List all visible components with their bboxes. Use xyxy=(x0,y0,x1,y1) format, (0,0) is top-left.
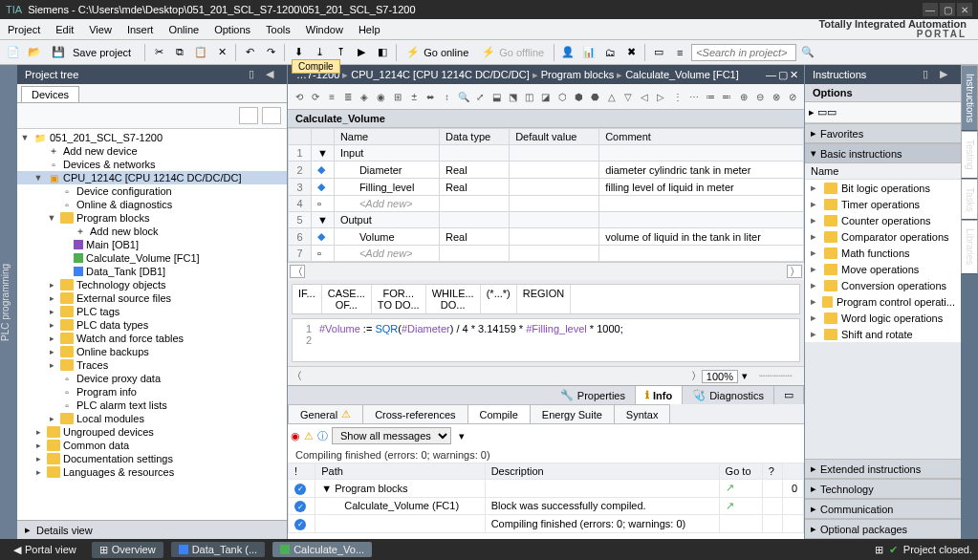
collapse-left-icon[interactable]: ◀ xyxy=(266,68,279,81)
side-tab-testing[interactable]: Testing xyxy=(961,131,978,179)
tree-row[interactable]: ▸External source files xyxy=(17,291,287,305)
scroll-left-button[interactable]: 〈 xyxy=(290,265,305,278)
tab-diagnostics[interactable]: 🩺Diagnostics xyxy=(683,386,774,404)
bc-min-icon[interactable]: — xyxy=(766,69,776,81)
tree-tb-1-icon[interactable] xyxy=(239,107,258,124)
tree-row[interactable]: ▼Program blocks xyxy=(17,211,287,225)
copy-icon[interactable]: ⧉ xyxy=(170,43,189,62)
tb-2-icon[interactable]: 📊 xyxy=(579,43,598,62)
inst-collapse-icon[interactable]: ▶ xyxy=(940,68,953,81)
editor-tb-13-icon[interactable]: ⬔ xyxy=(506,88,520,105)
tree-expander-icon[interactable]: ▸ xyxy=(46,280,57,290)
tree-row[interactable]: ▸Common data xyxy=(17,439,287,452)
code-editor[interactable]: 1#Volume := SQR(#Diameter) / 4 * 3.14159… xyxy=(292,318,800,362)
editor-tb-14-icon[interactable]: ◫ xyxy=(522,88,536,105)
go-offline-button[interactable]: ⚡ Go offline xyxy=(476,43,550,62)
editor-tb-6-icon[interactable]: ⊞ xyxy=(390,88,404,105)
tb-6-icon[interactable]: ≡ xyxy=(670,43,689,62)
keyword-button[interactable]: IF... xyxy=(293,285,322,313)
open-project-icon[interactable]: 📂 xyxy=(25,43,44,62)
side-tab-tasks[interactable]: Tasks xyxy=(961,179,978,221)
compile-header[interactable]: ? xyxy=(762,463,783,480)
tree-row[interactable]: ▸Technology objects xyxy=(17,278,287,291)
iface-row[interactable]: 3◆Filling_levelRealfilling level of liqu… xyxy=(289,179,804,196)
tree-row[interactable]: ▼📁051_201_SCL_S7-1200 xyxy=(17,131,287,144)
iface-header[interactable]: Comment xyxy=(599,129,804,145)
tb-4-icon[interactable]: ✖ xyxy=(621,43,641,62)
menu-online[interactable]: Online xyxy=(161,24,206,35)
instruction-item[interactable]: ▸Word logic operations xyxy=(805,310,961,326)
close-button[interactable]: ✕ xyxy=(957,3,972,16)
opt-cascade-icon[interactable]: ▸ ▭▭ xyxy=(809,106,837,118)
maximize-button[interactable]: ▢ xyxy=(940,3,955,16)
editor-tb-27-icon[interactable]: ⊕ xyxy=(736,88,750,105)
tree-expander-icon[interactable]: ▸ xyxy=(46,334,57,343)
tree-expander-icon[interactable]: ▸ xyxy=(46,360,57,370)
instruction-item[interactable]: ▸Comparator operations xyxy=(805,228,961,245)
compile-table[interactable]: !PathDescriptionGo to?✓▼ Program blocks↗… xyxy=(288,463,804,539)
side-tab-instructions[interactable]: Instructions xyxy=(961,65,978,131)
editor-tb-17-icon[interactable]: ⬢ xyxy=(572,88,586,105)
keyword-button[interactable]: (*...*) xyxy=(481,285,517,313)
editor-tb-23-icon[interactable]: ⋮ xyxy=(670,88,685,105)
side-strip-left[interactable]: PLC programming xyxy=(0,65,17,539)
side-tab-libraries[interactable]: Libraries xyxy=(961,220,978,273)
tree-tb-2-icon[interactable] xyxy=(262,107,281,124)
compile-row[interactable]: ✓▼ Program blocks↗0 xyxy=(289,480,804,498)
search-input[interactable] xyxy=(691,44,796,61)
editor-tb-21-icon[interactable]: ◁ xyxy=(638,88,652,105)
zoom-select[interactable]: 100% xyxy=(702,370,738,383)
iface-row[interactable]: 6◆VolumeRealvolume of liquid in the tank… xyxy=(289,228,804,246)
bc-close-icon[interactable]: ✕ xyxy=(790,69,798,81)
new-project-icon[interactable]: 📄 xyxy=(4,43,23,62)
tree-expander-icon[interactable]: ▸ xyxy=(46,307,57,316)
tree-row[interactable]: ＋Add new device xyxy=(17,144,287,158)
simulation-icon[interactable]: ▶ xyxy=(352,43,371,62)
zoom-slider[interactable]: ┈┈┈┈┈ xyxy=(751,370,800,382)
tree-expander-icon[interactable]: ▸ xyxy=(46,320,57,330)
instruction-item[interactable]: ▸Counter operations xyxy=(805,212,961,228)
editor-tb-10-icon[interactable]: 🔍 xyxy=(456,88,470,105)
compile-header[interactable]: Path xyxy=(315,463,485,480)
menu-help[interactable]: Help xyxy=(351,24,388,35)
editor-tb-9-icon[interactable]: ↕ xyxy=(440,88,454,105)
tree-row[interactable]: ▼▣CPU_1214C [CPU 1214C DC/DC/DC] xyxy=(17,171,287,184)
instruction-item[interactable]: ▸Bit logic operations xyxy=(805,180,961,196)
tb-1-icon[interactable]: 👤 xyxy=(558,43,577,62)
iface-row[interactable]: 2◆DiameterRealdiameter cylindric tank in… xyxy=(289,162,804,179)
iface-header[interactable]: Name xyxy=(334,129,439,145)
tree-row[interactable]: ▸Online backups xyxy=(17,345,287,358)
editor-tb-11-icon[interactable]: ⤢ xyxy=(472,88,487,105)
tree-expander-icon[interactable]: ▸ xyxy=(46,293,57,303)
optional-packages-header[interactable]: ▸Optional packages xyxy=(805,519,961,539)
breadcrumb-part[interactable]: Program blocks xyxy=(541,69,614,80)
code-scroll-left[interactable]: 〈 xyxy=(292,369,302,383)
interface-table[interactable]: NameData typeDefault valueComment1▼Input… xyxy=(288,128,804,262)
iface-header[interactable] xyxy=(289,129,312,145)
editor-tb-24-icon[interactable]: ⋯ xyxy=(686,88,701,105)
compile-row[interactable]: ✓Compiling finished (errors: 0; warnings… xyxy=(289,515,804,533)
filter-dropdown-icon[interactable]: ▾ xyxy=(455,430,468,442)
tree-expander-icon[interactable]: ▸ xyxy=(46,347,57,356)
tree-row[interactable]: ▫Device configuration xyxy=(17,184,287,198)
keyword-button[interactable]: REGION xyxy=(517,285,571,313)
instruction-item[interactable]: ▸Shift and rotate xyxy=(805,326,961,342)
undo-icon[interactable]: ↶ xyxy=(240,43,259,62)
info-filter-icon[interactable]: ⓘ xyxy=(317,429,328,443)
tree-row[interactable]: ▸Traces xyxy=(17,358,287,372)
editor-tb-12-icon[interactable]: ⬓ xyxy=(489,88,504,105)
menu-window[interactable]: Window xyxy=(298,24,351,35)
iface-header[interactable] xyxy=(312,129,335,145)
editor-tb-0-icon[interactable]: ⟲ xyxy=(292,88,306,105)
compile-header[interactable]: Go to xyxy=(719,463,762,480)
editor-tb-29-icon[interactable]: ⊗ xyxy=(769,88,783,105)
editor-tb-28-icon[interactable]: ⊖ xyxy=(752,88,767,105)
portal-view-button[interactable]: ◀ Portal view xyxy=(6,544,84,556)
iface-row[interactable]: 1▼Input xyxy=(289,145,804,162)
editor-tb-22-icon[interactable]: ▷ xyxy=(654,88,668,105)
editor-tb-19-icon[interactable]: △ xyxy=(604,88,619,105)
keyword-button[interactable]: FOR...TO DO... xyxy=(372,285,426,313)
iface-row[interactable]: 5▼Output xyxy=(289,212,804,228)
toolbar-icons[interactable]: ⊞ xyxy=(875,544,883,556)
tree-row[interactable]: ▫Online & diagnostics xyxy=(17,198,287,211)
